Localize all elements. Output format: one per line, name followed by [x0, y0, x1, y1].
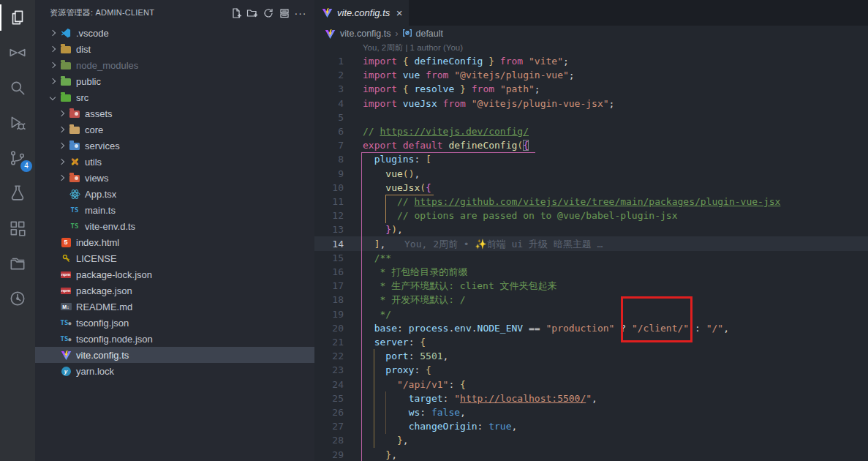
tree-item-.vscode[interactable]: .vscode — [35, 25, 314, 41]
line-number[interactable]: 3 — [314, 82, 344, 96]
code-line-23[interactable]: proxy: { — [363, 363, 431, 377]
chevron-right-icon[interactable] — [47, 79, 59, 83]
code-line-29[interactable]: }, — [363, 448, 397, 461]
code-line-6[interactable]: // https://vitejs.dev/config/ — [363, 124, 529, 138]
line-number[interactable]: 22 — [314, 349, 344, 363]
tree-item-tsconfig.node.json[interactable]: TS●tsconfig.node.json — [35, 331, 314, 347]
code-line-16[interactable]: * 打包给目录的前缀 — [363, 265, 467, 279]
line-number[interactable]: 27 — [314, 419, 344, 433]
tree-item-main.ts[interactable]: TSmain.ts — [35, 202, 314, 218]
line-number[interactable]: 14 — [314, 237, 344, 251]
line-number[interactable]: 9 — [314, 167, 344, 181]
code-line-9[interactable]: vue(), — [363, 167, 420, 181]
tree-item-app.tsx[interactable]: App.tsx — [35, 186, 314, 202]
tree-item-vite-env.d.ts[interactable]: TSvite-env.d.ts — [35, 218, 314, 234]
collapse-all-icon[interactable] — [276, 5, 293, 21]
line-number[interactable]: 11 — [314, 195, 344, 209]
line-number[interactable]: 16 — [314, 265, 344, 279]
line-number[interactable]: 24 — [314, 378, 344, 391]
code-line-4[interactable]: import vueJsx from "@vitejs/plugin-vue-j… — [363, 97, 614, 110]
code-line-25[interactable]: target: "http://localhost:5500/", — [363, 391, 597, 405]
line-number[interactable]: 21 — [314, 335, 344, 349]
codelens-authors[interactable]: You, 2周前 | 1 author (You) — [363, 42, 463, 53]
code-line-28[interactable]: }, — [363, 433, 409, 447]
code-line-14[interactable]: ], — [363, 237, 385, 251]
line-number[interactable]: 17 — [314, 279, 344, 293]
line-number[interactable]: 26 — [314, 405, 344, 419]
tree-item-yarn.lock[interactable]: yyarn.lock — [35, 363, 314, 379]
code-line-8[interactable]: plugins: [ — [363, 152, 431, 166]
tree-item-dist[interactable]: dist — [35, 41, 314, 57]
tree-item-utils[interactable]: utils — [35, 154, 314, 170]
code-line-18[interactable]: * 开发环境默认: / — [363, 293, 466, 307]
code-line-21[interactable]: server: { — [363, 335, 426, 349]
refresh-icon[interactable] — [260, 5, 276, 21]
line-number[interactable]: 25 — [314, 391, 344, 405]
code-line-24[interactable]: "/api/v1": { — [363, 378, 466, 391]
project-manager-icon[interactable] — [0, 246, 35, 281]
code-line-3[interactable]: import { resolve } from "path"; — [363, 82, 540, 96]
more-icon[interactable]: ··· — [293, 5, 309, 21]
tree-item-src[interactable]: src — [35, 89, 314, 105]
tree-item-package.json[interactable]: npmpackage.json — [35, 282, 314, 299]
search-icon[interactable] — [0, 70, 35, 105]
chevron-down-icon[interactable] — [47, 95, 59, 100]
line-number[interactable]: 19 — [314, 307, 344, 321]
tree-item-index.html[interactable]: 5index.html — [35, 234, 314, 250]
chevron-right-icon[interactable] — [56, 127, 67, 132]
chevron-right-icon[interactable] — [56, 111, 67, 116]
tree-item-license[interactable]: LICENSE — [35, 250, 314, 266]
line-number[interactable]: 7 — [314, 138, 344, 152]
code-line-10[interactable]: vueJsx({ — [363, 181, 431, 195]
code-line-1[interactable]: import { defineConfig } from "vite"; — [363, 54, 569, 68]
code-line-17[interactable]: * 生产环境默认: client 文件夹包起来 — [363, 279, 557, 293]
chevron-right-icon[interactable] — [47, 31, 59, 35]
vs-logo-icon[interactable] — [0, 35, 35, 70]
tab-vite-config[interactable]: vite.config.ts × — [314, 0, 409, 26]
code-line-7[interactable]: export default defineConfig({ — [363, 138, 529, 152]
close-icon[interactable]: × — [396, 7, 403, 19]
breadcrumb-file[interactable]: vite.config.ts — [340, 29, 390, 39]
breadcrumb-symbol[interactable]: default — [415, 29, 443, 39]
code-line-12[interactable]: // options are passed on to @vue/babel-p… — [363, 209, 677, 222]
tree-item-views[interactable]: views — [35, 170, 314, 186]
line-number[interactable]: 15 — [314, 251, 344, 265]
code-line-26[interactable]: ws: false, — [363, 405, 466, 419]
chevron-right-icon[interactable] — [56, 160, 67, 164]
chevron-right-icon[interactable] — [56, 143, 67, 148]
chevron-right-icon[interactable] — [47, 63, 59, 67]
tree-item-vite.config.ts[interactable]: vite.config.ts — [35, 347, 314, 363]
tree-item-package-lock.json[interactable]: npmpackage-lock.json — [35, 266, 314, 282]
line-number[interactable]: 29 — [314, 448, 344, 461]
line-number[interactable]: 12 — [314, 209, 344, 222]
line-number[interactable]: 5 — [314, 110, 344, 124]
tree-item-readme.md[interactable]: M↓README.md — [35, 299, 314, 315]
testing-icon[interactable] — [0, 176, 35, 211]
tree-item-core[interactable]: core — [35, 121, 314, 138]
gitlens-icon[interactable] — [0, 281, 35, 316]
new-file-icon[interactable] — [228, 5, 244, 21]
code-line-19[interactable]: */ — [363, 307, 391, 321]
line-number[interactable]: 28 — [314, 433, 344, 447]
line-number[interactable]: 13 — [314, 222, 344, 236]
tree-item-services[interactable]: services — [35, 138, 314, 154]
code-line-27[interactable]: changeOrigin: true, — [363, 419, 517, 433]
tree-item-node-modules[interactable]: node_modules — [35, 57, 314, 73]
chevron-right-icon[interactable] — [56, 176, 67, 180]
line-number[interactable]: 8 — [314, 152, 344, 166]
run-debug-icon[interactable] — [0, 105, 35, 140]
new-folder-icon[interactable] — [244, 5, 260, 21]
line-number[interactable]: 2 — [314, 68, 344, 82]
tree-item-assets[interactable]: assets — [35, 105, 314, 121]
line-number[interactable]: 4 — [314, 97, 344, 110]
extensions-icon[interactable] — [0, 211, 35, 246]
code-editor[interactable]: vite.config.ts › default You, 2周前 | 1 au… — [314, 26, 868, 461]
line-number[interactable]: 6 — [314, 124, 344, 138]
line-number[interactable]: 10 — [314, 181, 344, 195]
chevron-right-icon[interactable] — [47, 47, 59, 51]
code-line-11[interactable]: // https://github.com/vitejs/vite/tree/m… — [363, 195, 780, 209]
source-control-icon[interactable]: 4 — [0, 140, 35, 176]
tree-item-tsconfig.json[interactable]: TS●tsconfig.json — [35, 315, 314, 331]
line-number[interactable]: 1 — [314, 54, 344, 68]
line-number[interactable]: 18 — [314, 293, 344, 307]
